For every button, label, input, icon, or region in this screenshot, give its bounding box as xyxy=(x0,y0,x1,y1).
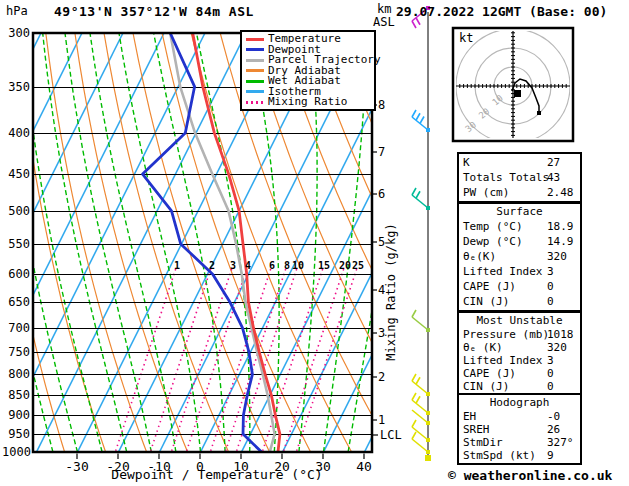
stat-value: 9 xyxy=(547,449,554,462)
stat-value: 327° xyxy=(547,436,574,449)
stat-label: CIN (J) xyxy=(463,295,509,308)
stat-value: -0 xyxy=(547,410,560,423)
altitude-tick-label: 1 xyxy=(378,413,385,427)
legend-swatch xyxy=(246,38,264,41)
altitude-tick-label: 2 xyxy=(378,370,385,384)
altitude-tick-label: 7 xyxy=(378,145,385,159)
stat-row: θₑ(K) 320 xyxy=(459,249,580,264)
pressure-tick-label: 400 xyxy=(2,126,30,140)
stat-row: StmSpd (kt) 9 xyxy=(459,449,580,462)
mixing-ratio-axis-title: Mixing Ratio (g/kg) xyxy=(384,223,398,360)
mixing-ratio-value: 10 xyxy=(292,260,304,271)
stat-row: Temp (°C) 18.9 xyxy=(459,219,580,234)
mixing-ratio-value: 25 xyxy=(352,260,364,271)
stat-label: Lifted Index xyxy=(463,354,542,367)
pressure-tick-label: 950 xyxy=(2,427,30,441)
stats-box-title: Hodograph xyxy=(459,396,580,410)
legend-item: Mixing Ratio xyxy=(244,97,374,108)
pressure-tick-label: 550 xyxy=(2,237,30,251)
stat-label: Dewp (°C) xyxy=(463,235,523,248)
stat-label: EH xyxy=(463,410,476,423)
stat-value: 0 xyxy=(547,279,554,294)
stat-label: Temp (°C) xyxy=(463,220,523,233)
stat-value: 43 xyxy=(547,170,560,185)
stat-value: 0 xyxy=(547,380,554,393)
stat-row: CAPE (J) 0 xyxy=(459,367,580,380)
mixing-ratio-value: 2 xyxy=(209,260,215,271)
stat-label: StmSpd (kt) xyxy=(463,449,536,462)
stat-row: Totals Totals 43 xyxy=(459,170,580,185)
temperature-tick-label: 40 xyxy=(356,459,372,474)
pressure-tick-label: 450 xyxy=(2,167,30,181)
stat-row: SREH 26 xyxy=(459,423,580,436)
stat-row: StmDir 327° xyxy=(459,436,580,449)
altitude-axis-unit: km xyxy=(377,2,391,16)
stat-label: Lifted Index xyxy=(463,265,542,278)
legend-swatch xyxy=(246,101,264,104)
pressure-axis-unit: hPa xyxy=(6,4,28,18)
stat-label: CIN (J) xyxy=(463,380,509,393)
stat-label: K xyxy=(463,156,470,169)
mixing-ratio-value: 8 xyxy=(284,260,290,271)
run-date: 29.07.2022 12GMT (Base: 00) xyxy=(396,4,607,19)
pressure-tick-label: 300 xyxy=(2,26,30,40)
stat-label: Totals Totals xyxy=(463,171,549,184)
legend-swatch xyxy=(246,69,264,72)
stat-label: θₑ(K) xyxy=(463,250,496,263)
stats-box-surface: Surface Temp (°C) 18.9 Dewp (°C) 14.9 θₑ… xyxy=(457,202,582,312)
legend: Temperature Dewpoint Parcel Trajectory D… xyxy=(240,30,376,111)
stat-label: PW (cm) xyxy=(463,186,509,199)
stat-value: 3 xyxy=(547,354,554,367)
mixing-ratio-value: 4 xyxy=(245,260,251,271)
stats-box-indices: K 27 Totals Totals 43 PW (cm) 2.48 xyxy=(457,152,582,203)
stat-label: CAPE (J) xyxy=(463,280,516,293)
mixing-ratio-value: 3 xyxy=(230,260,236,271)
stat-label: SREH xyxy=(463,423,490,436)
legend-swatch xyxy=(246,48,264,51)
legend-label: Mixing Ratio xyxy=(268,97,347,107)
pressure-tick-label: 600 xyxy=(2,267,30,281)
stat-row: CIN (J) 0 xyxy=(459,294,580,309)
stats-box-title: Most Unstable xyxy=(459,314,580,328)
stat-row: Dewp (°C) 14.9 xyxy=(459,234,580,249)
stat-value: 2.48 xyxy=(547,185,574,200)
pressure-tick-label: 1000 xyxy=(2,445,30,459)
pressure-tick-label: 750 xyxy=(2,345,30,359)
stat-row: Lifted Index 3 xyxy=(459,264,580,279)
stats-box-hodograph: Hodograph EH -0 SREH 26 StmDir 327° StmS… xyxy=(457,393,582,465)
pressure-tick-label: 350 xyxy=(2,80,30,94)
stat-label: Pressure (mb) xyxy=(463,328,549,341)
stat-row: θₑ (K) 320 xyxy=(459,341,580,354)
stat-value: 0 xyxy=(547,294,554,309)
pressure-tick-label: 500 xyxy=(2,204,30,218)
x-axis-title: Dewpoint / Temperature (°C) xyxy=(102,467,332,482)
stat-value: 3 xyxy=(547,264,554,279)
stat-value: 0 xyxy=(547,367,554,380)
altitude-axis-unit-2: ASL xyxy=(373,15,395,29)
pressure-tick-label: 650 xyxy=(2,295,30,309)
stat-row: Pressure (mb) 1018 xyxy=(459,328,580,341)
altitude-tick-label: 6 xyxy=(378,187,385,201)
pressure-tick-label: 700 xyxy=(2,321,30,335)
stat-row: Lifted Index 3 xyxy=(459,354,580,367)
mixing-ratio-value: 6 xyxy=(269,260,275,271)
stat-row: PW (cm) 2.48 xyxy=(459,185,580,200)
stat-row: EH -0 xyxy=(459,410,580,423)
stat-value: 27 xyxy=(547,155,560,170)
stats-box-title: Surface xyxy=(459,205,580,219)
legend-swatch xyxy=(246,80,264,83)
stat-value: 320 xyxy=(547,249,567,264)
legend-swatch xyxy=(246,90,264,93)
mixing-ratio-value: 15 xyxy=(318,260,330,271)
pressure-tick-label: 850 xyxy=(2,388,30,402)
copyright: © weatheronline.co.uk xyxy=(448,468,612,483)
stat-value: 14.9 xyxy=(547,234,574,249)
station-title: 49°13'N 357°12'W 84m ASL xyxy=(54,4,254,19)
mixing-ratio-value: 20 xyxy=(339,260,351,271)
pressure-tick-label: 900 xyxy=(2,408,30,422)
mixing-ratio-value: 1 xyxy=(174,260,180,271)
stat-value: 26 xyxy=(547,423,560,436)
stat-value: 18.9 xyxy=(547,219,574,234)
pressure-tick-label: 800 xyxy=(2,367,30,381)
stat-label: StmDir xyxy=(463,436,503,449)
